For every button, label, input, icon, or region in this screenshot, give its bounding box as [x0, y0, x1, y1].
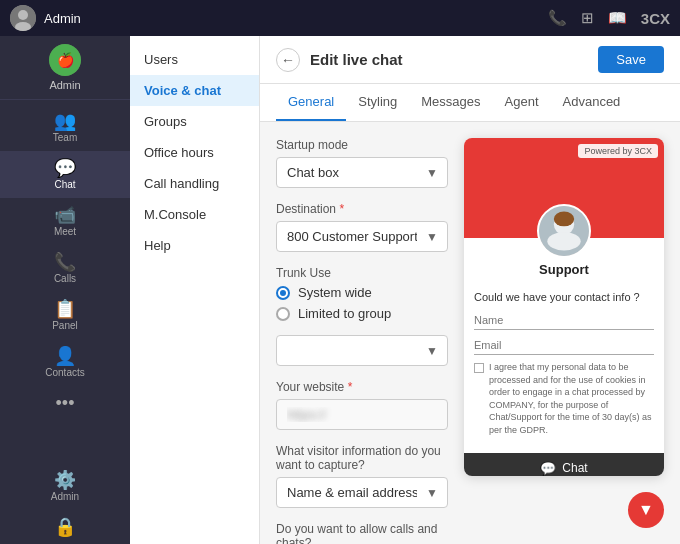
destination-required: * — [339, 202, 344, 216]
preview-panel: Powered by 3CX — [464, 138, 664, 528]
trunk-limited-label: Limited to group — [298, 306, 391, 321]
nav-item-help[interactable]: Help — [130, 230, 259, 261]
agent-avatar — [537, 204, 591, 258]
sidebar-logo-label: Admin — [49, 79, 80, 91]
lock-icon: 🔒 — [54, 518, 76, 536]
back-button[interactable]: ← — [276, 48, 300, 72]
sidebar-item-chat[interactable]: 💬 Chat — [0, 151, 130, 198]
svg-text:🍎: 🍎 — [57, 52, 75, 69]
chat-header: Powered by 3CX — [464, 138, 664, 238]
panel-icon: 📋 — [54, 300, 76, 318]
sidebar-item-panel[interactable]: 📋 Panel — [0, 292, 130, 339]
destination-label: Destination * — [276, 202, 448, 216]
startup-mode-group: Startup mode Chat box ▼ — [276, 138, 448, 188]
sidebar-item-label-calls: Calls — [54, 273, 76, 284]
nav-item-users[interactable]: Users — [130, 44, 259, 75]
trunk-system-wide-radio[interactable] — [276, 286, 290, 300]
admin-icon: ⚙️ — [54, 471, 76, 489]
chat-name-input[interactable] — [474, 311, 654, 330]
website-label: Your website * — [276, 380, 448, 394]
nav-item-groups[interactable]: Groups — [130, 106, 259, 137]
sidebar-item-label-meet: Meet — [54, 226, 76, 237]
sidebar-item-label-admin: Admin — [51, 491, 79, 502]
visitor-info-group: What visitor information do you want to … — [276, 444, 448, 508]
website-input[interactable] — [276, 399, 448, 430]
trunk-system-wide-item[interactable]: System wide — [276, 285, 448, 300]
sidebar-item-contacts[interactable]: 👤 Contacts — [0, 339, 130, 386]
chat-preview: Powered by 3CX — [464, 138, 664, 476]
chat-icon: 💬 — [54, 159, 76, 177]
chat-gdpr-row: I agree that my personal data to be proc… — [474, 361, 654, 437]
calls-chats-group: Do you want to allow calls and chats? Ch… — [276, 522, 448, 544]
chat-gdpr-checkbox[interactable] — [474, 363, 484, 373]
group-select-group: ▼ — [276, 335, 448, 366]
main-content: ← Edit live chat Save General Styling Me… — [260, 36, 680, 544]
tab-agent[interactable]: Agent — [493, 84, 551, 121]
sidebar-item-calls[interactable]: 📞 Calls — [0, 245, 130, 292]
content-area: Users Voice & chat Groups Office hours C… — [130, 36, 680, 544]
nav-item-call-handling[interactable]: Call handling — [130, 168, 259, 199]
sidebar-item-team[interactable]: 👥 Team — [0, 104, 130, 151]
tab-styling[interactable]: Styling — [346, 84, 409, 121]
visitor-info-label: What visitor information do you want to … — [276, 444, 448, 472]
trunk-limited-radio[interactable] — [276, 307, 290, 321]
svg-point-8 — [554, 212, 574, 227]
nav-item-voice-chat[interactable]: Voice & chat — [130, 75, 259, 106]
sidebar-item-admin[interactable]: ⚙️ Admin — [0, 463, 130, 510]
topbar-username: Admin — [44, 11, 540, 26]
nav-item-mconsole[interactable]: M.Console — [130, 199, 259, 230]
sidebar-logo: 🍎 Admin — [0, 36, 130, 100]
startup-mode-label: Startup mode — [276, 138, 448, 152]
content-header: ← Edit live chat Save — [260, 36, 680, 84]
calls-icon: 📞 — [54, 253, 76, 271]
chat-body: Could we have your contact info ? I agre… — [464, 283, 664, 453]
form-fields: Startup mode Chat box ▼ Destina — [276, 138, 448, 528]
bell-icon[interactable]: 📖 — [608, 9, 627, 27]
sidebar-item-label-panel: Panel — [52, 320, 78, 331]
destination-select-wrapper: 800 Customer Support ▼ — [276, 221, 448, 252]
trunk-use-group: Trunk Use System wide Limited to group — [276, 266, 448, 321]
grid-icon[interactable]: ⊞ — [581, 9, 594, 27]
chat-question: Could we have your contact info ? — [474, 291, 654, 303]
chat-btn-label: Chat — [562, 461, 587, 475]
user-avatar — [10, 5, 36, 31]
more-icon: ••• — [56, 394, 75, 412]
page-title: Edit live chat — [310, 51, 588, 68]
chat-button[interactable]: 💬 Chat — [464, 453, 664, 476]
sidebar: 🍎 Admin 👥 Team 💬 Chat 📹 Meet 📞 Calls 📋 P… — [0, 36, 130, 544]
tab-advanced[interactable]: Advanced — [551, 84, 633, 121]
nav-item-office-hours[interactable]: Office hours — [130, 137, 259, 168]
tab-general[interactable]: General — [276, 84, 346, 121]
topbar: Admin 📞 ⊞ 📖 3CX — [0, 0, 680, 36]
contacts-icon: 👤 — [54, 347, 76, 365]
sidebar-item-meet[interactable]: 📹 Meet — [0, 198, 130, 245]
form-area: Startup mode Chat box ▼ Destina — [260, 122, 680, 544]
fab-icon: ▼ — [638, 501, 654, 519]
trunk-limited-item[interactable]: Limited to group — [276, 306, 448, 321]
sidebar-item-label-team: Team — [53, 132, 77, 143]
chat-email-input[interactable] — [474, 336, 654, 355]
group-select[interactable] — [276, 335, 448, 366]
preview-fab[interactable]: ▼ — [628, 492, 664, 528]
tab-messages[interactable]: Messages — [409, 84, 492, 121]
sidebar-item-label-chat: Chat — [54, 179, 75, 190]
left-nav: Users Voice & chat Groups Office hours C… — [130, 36, 260, 544]
brand-logo: 3CX — [641, 10, 670, 27]
save-button[interactable]: Save — [598, 46, 664, 73]
trunk-system-wide-label: System wide — [298, 285, 372, 300]
visitor-info-select[interactable]: Name & email address — [276, 477, 448, 508]
group-select-wrapper: ▼ — [276, 335, 448, 366]
trunk-radio-group: System wide Limited to group — [276, 285, 448, 321]
sidebar-item-label-contacts: Contacts — [45, 367, 84, 378]
startup-mode-select[interactable]: Chat box — [276, 157, 448, 188]
destination-select[interactable]: 800 Customer Support — [276, 221, 448, 252]
visitor-info-select-wrapper: Name & email address ▼ — [276, 477, 448, 508]
meet-icon: 📹 — [54, 206, 76, 224]
chat-btn-icon: 💬 — [540, 461, 556, 476]
phone-icon[interactable]: 📞 — [548, 9, 567, 27]
svg-point-1 — [18, 10, 28, 20]
powered-badge: Powered by 3CX — [578, 144, 658, 158]
sidebar-item-more[interactable]: ••• — [0, 386, 130, 420]
trunk-use-label: Trunk Use — [276, 266, 448, 280]
sidebar-item-lock[interactable]: 🔒 — [0, 510, 130, 544]
